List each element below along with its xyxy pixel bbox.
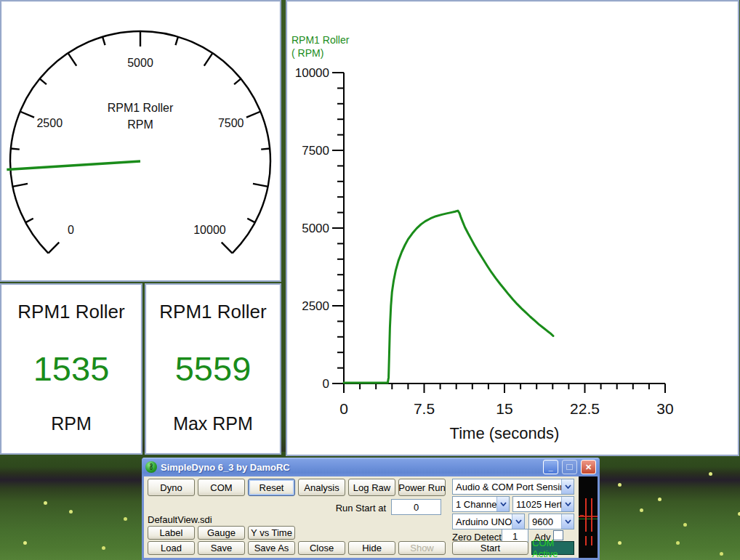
button-close[interactable]: Close — [298, 541, 345, 555]
chevron-down-icon[interactable] — [561, 497, 574, 511]
gauge-scale-label: 7500 — [218, 117, 244, 129]
simpledyno-window: 9 0 SimpleDyno 6_3 by DamoRC _ ✕ DynoCOM… — [142, 458, 600, 560]
gauge-tick — [40, 78, 47, 84]
x-tick-label: 30 — [656, 400, 673, 417]
gauge-title-line2: RPM — [127, 118, 153, 131]
button-save-as[interactable]: Save As — [248, 541, 295, 555]
scope-horizontal-line — [579, 516, 598, 517]
gauge-panel: 025005000750010000RPM1 RollerRPM — [0, 0, 281, 282]
start-button[interactable]: Start — [452, 541, 528, 555]
button-power-run[interactable]: Power Run — [398, 479, 446, 496]
baud-rate-dropdown-value: 9600 — [529, 516, 561, 527]
board-dropdown[interactable]: Arduino UNO R3 — [452, 514, 525, 529]
sensing-dropdown-value: Audio & COM Port Sensing — [453, 482, 561, 492]
y-tick-label: 5000 — [302, 222, 329, 235]
gauge-tick — [247, 219, 255, 223]
baud-rate-dropdown[interactable]: 9600 — [528, 514, 574, 529]
gauge-scale-label: 2500 — [36, 117, 63, 129]
gauge-tick — [175, 37, 177, 45]
gauge-scale-label: 0 — [68, 224, 74, 236]
scope-vline — [585, 498, 587, 532]
board-dropdown-value: Arduino UNO R3 — [453, 516, 512, 527]
x-tick-label: 22.5 — [570, 400, 600, 417]
button-analysis[interactable]: Analysis — [298, 479, 345, 496]
maximize-icon — [566, 464, 573, 470]
rpm-time-chart: RPM1 Roller( RPM)02500500075001000007.51… — [287, 1, 738, 455]
max-rpm-panel-title: RPM1 Roller — [159, 301, 266, 323]
chevron-down-icon[interactable] — [496, 497, 509, 511]
button-log-raw[interactable]: Log Raw — [348, 479, 395, 496]
button-y-vs-time[interactable]: Y vs Time — [248, 526, 295, 540]
button-hide[interactable]: Hide — [348, 541, 395, 555]
desktop-background: 025005000750010000RPM1 RollerRPM RPM1 Ro… — [0, 0, 740, 560]
gauge-tick — [48, 243, 59, 253]
y-tick-label: 0 — [323, 377, 329, 391]
button-label[interactable]: Label — [148, 526, 195, 540]
gauge-tick — [261, 148, 270, 149]
view-file-name: DefaultView.sdi — [148, 514, 212, 525]
x-tick-label: 15 — [496, 400, 512, 417]
button-show: Show — [398, 541, 446, 555]
max-rpm-panel: RPM1 Roller 5559 Max RPM — [145, 283, 281, 455]
chevron-down-icon[interactable] — [512, 514, 524, 529]
button-reset[interactable]: Reset — [248, 479, 295, 496]
max-rpm-unit: Max RPM — [173, 413, 253, 434]
scope-vline — [591, 536, 592, 545]
rpm-trace — [344, 211, 553, 383]
rpm-unit: RPM — [51, 413, 92, 434]
flower-dots — [44, 501, 47, 505]
gauge-tick — [25, 219, 33, 223]
sensing-dropdown[interactable]: Audio & COM Port Sensing — [452, 479, 574, 495]
gauge-tick — [68, 53, 77, 65]
app-icon-glyph-bottom: 0 — [150, 467, 153, 470]
button-com[interactable]: COM — [198, 479, 245, 496]
button-gauge[interactable]: Gauge — [198, 526, 245, 540]
button-load[interactable]: Load — [148, 541, 195, 555]
gauge-tick — [234, 78, 241, 84]
button-dyno[interactable]: Dyno — [148, 479, 195, 496]
gauge-tick — [246, 111, 260, 117]
rpm-panel-title: RPM1 Roller — [17, 301, 124, 323]
run-start-input[interactable]: 0 — [391, 499, 441, 515]
minimize-button[interactable]: _ — [543, 460, 558, 474]
gauge-title-line1: RPM1 Roller — [108, 102, 174, 114]
x-tick-label: 0 — [339, 400, 348, 417]
rpm-gauge: 025005000750010000RPM1 RollerRPM — [1, 1, 280, 280]
gauge-tick — [204, 53, 213, 65]
y-tick-label: 10000 — [295, 66, 329, 80]
gauge-tick — [102, 37, 105, 45]
gauge-scale-label: 10000 — [193, 224, 226, 236]
x-axis-title: Time (seconds) — [450, 424, 560, 442]
maximize-button — [562, 460, 577, 474]
close-icon: ✕ — [585, 463, 592, 471]
gauge-tick — [20, 111, 34, 117]
window-client-area: DynoCOMResetAnalysisLog RawPower Run Run… — [144, 476, 598, 558]
max-rpm-value: 5559 — [175, 349, 252, 389]
scope-vline — [585, 536, 587, 545]
window-title: SimpleDyno 6_3 by DamoRC — [161, 462, 539, 473]
com-active-indicator: COM Active — [531, 541, 574, 555]
y-tick-label: 7500 — [302, 144, 329, 158]
chevron-down-icon[interactable] — [561, 479, 574, 494]
gauge-tick — [12, 184, 28, 187]
rpm-panel: RPM1 Roller 1535 RPM — [0, 283, 142, 455]
chart-panel: RPM1 Roller( RPM)02500500075001000007.51… — [286, 0, 739, 456]
gauge-tick — [222, 243, 233, 253]
scope-tick — [580, 515, 584, 516]
signal-scope-display — [579, 476, 598, 558]
chevron-down-icon[interactable] — [561, 514, 574, 529]
scope-green-line — [579, 519, 598, 519]
close-button[interactable]: ✕ — [581, 460, 596, 474]
chart-series-label-line1: RPM1 Roller — [291, 34, 350, 46]
channels-dropdown[interactable]: 1 Channel — [452, 496, 510, 512]
sample-rate-dropdown[interactable]: 11025 Hertz — [512, 496, 574, 512]
app-icon: 9 0 — [145, 461, 157, 473]
window-titlebar[interactable]: 9 0 SimpleDyno 6_3 by DamoRC _ ✕ — [142, 458, 600, 476]
y-tick-label: 2500 — [302, 299, 329, 313]
chart-series-label-line2: ( RPM) — [291, 47, 323, 59]
sample-rate-dropdown-value: 11025 Hertz — [513, 499, 561, 510]
button-save[interactable]: Save — [198, 541, 245, 555]
run-start-label: Run Start at — [336, 503, 386, 514]
minimize-icon: _ — [548, 463, 552, 471]
x-tick-label: 7.5 — [414, 400, 435, 417]
